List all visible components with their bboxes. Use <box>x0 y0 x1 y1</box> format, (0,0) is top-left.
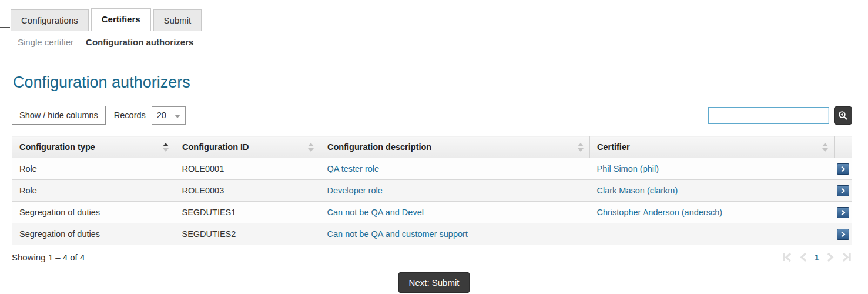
tab-strip-edge <box>0 27 10 28</box>
current-page-number[interactable]: 1 <box>813 252 820 262</box>
actions-column-header <box>835 136 852 158</box>
tab-submit[interactable]: Submit <box>153 9 202 31</box>
row-detail-button[interactable] <box>837 185 849 196</box>
column-header-label: Configuration type <box>19 142 95 152</box>
cell-configuration-type: Role <box>12 158 175 180</box>
table-toolbar: Show / hide columns Records 20 <box>12 106 852 125</box>
configuration-authorizers-table: Configuration type Configuration ID Conf… <box>12 136 852 245</box>
first-page-icon[interactable] <box>782 252 793 262</box>
sort-ascending-icon <box>163 143 169 152</box>
subnav-single-certifier[interactable]: Single certifier <box>18 37 73 47</box>
sort-both-icon <box>578 143 584 152</box>
chevron-right-icon <box>839 209 847 216</box>
chevron-right-icon <box>839 187 847 195</box>
row-detail-button[interactable] <box>837 207 849 218</box>
caret-down-icon <box>175 115 180 118</box>
cell-configuration-id: SEGDUTIES1 <box>175 202 320 223</box>
chevron-right-icon <box>839 230 847 238</box>
column-header-configuration-type[interactable]: Configuration type <box>12 136 175 158</box>
main-tabbar: Configurations Certifiers Submit <box>0 8 868 31</box>
next-submit-button[interactable]: Next: Submit <box>398 272 470 293</box>
column-header-label: Configuration description <box>327 142 431 152</box>
table-row: Segregation of duties SEGDUTIES2 Can not… <box>12 223 852 245</box>
previous-page-icon[interactable] <box>799 252 807 262</box>
showing-records-text: Showing 1 – 4 of 4 <box>12 252 85 262</box>
page-title: Configuration authorizers <box>13 74 868 92</box>
row-detail-button[interactable] <box>837 163 849 175</box>
table-row: Segregation of duties SEGDUTIES1 Can not… <box>12 202 852 223</box>
last-page-icon[interactable] <box>840 252 852 262</box>
show-hide-columns-button[interactable]: Show / hide columns <box>12 106 106 125</box>
next-button-row: Next: Submit <box>0 272 868 293</box>
cell-configuration-id: ROLE0003 <box>175 180 320 202</box>
table-row: Role ROLE0003 Developer role Clark Mason… <box>12 180 852 202</box>
configuration-description-link[interactable]: Can not be QA and customer support <box>327 229 468 239</box>
cell-configuration-type: Segregation of duties <box>12 202 175 223</box>
magnifier-zoom-in-icon <box>837 110 849 121</box>
tab-configurations[interactable]: Configurations <box>11 9 89 31</box>
configuration-description-link[interactable]: Developer role <box>327 186 383 195</box>
cell-configuration-type: Segregation of duties <box>12 223 175 245</box>
search-button[interactable] <box>834 106 852 125</box>
column-header-configuration-description[interactable]: Configuration description <box>320 136 590 158</box>
cell-configuration-id: SEGDUTIES2 <box>175 223 320 245</box>
search-input[interactable] <box>708 107 829 124</box>
sort-both-icon <box>822 143 828 152</box>
certifier-link[interactable]: Phil Simon (phil) <box>597 164 659 173</box>
configuration-description-link[interactable]: Can not be QA and Devel <box>327 208 424 217</box>
search-group <box>708 106 852 125</box>
column-header-configuration-id[interactable]: Configuration ID <box>175 136 320 158</box>
subnav: Single certifier Configuration authorize… <box>0 31 868 54</box>
next-page-icon[interactable] <box>826 252 835 262</box>
certifier-link[interactable]: Christopher Anderson (andersch) <box>597 208 723 217</box>
subnav-configuration-authorizers[interactable]: Configuration authorizers <box>86 37 193 47</box>
table-row: Role ROLE0001 QA tester role Phil Simon … <box>12 158 852 180</box>
column-header-label: Certifier <box>597 142 630 152</box>
configuration-description-link[interactable]: QA tester role <box>327 164 380 173</box>
records-selected-value: 20 <box>157 111 166 120</box>
certification-config-screen: Configurations Certifiers Submit Single … <box>0 0 868 294</box>
table-footer: Showing 1 – 4 of 4 1 <box>12 252 852 262</box>
records-label: Records <box>114 111 146 120</box>
tab-certifiers[interactable]: Certifiers <box>91 8 151 31</box>
records-per-page-select[interactable]: 20 <box>152 106 186 125</box>
table-header-row: Configuration type Configuration ID Conf… <box>12 136 852 158</box>
pagination: 1 <box>782 252 852 262</box>
cell-configuration-id: ROLE0001 <box>175 158 320 180</box>
sort-both-icon <box>308 143 314 152</box>
column-header-certifier[interactable]: Certifier <box>590 136 835 158</box>
certifier-link[interactable]: Clark Mason (clarkm) <box>597 186 678 195</box>
column-header-label: Configuration ID <box>182 142 249 152</box>
chevron-right-icon <box>839 165 847 173</box>
row-detail-button[interactable] <box>837 229 849 240</box>
cell-configuration-type: Role <box>12 180 175 202</box>
